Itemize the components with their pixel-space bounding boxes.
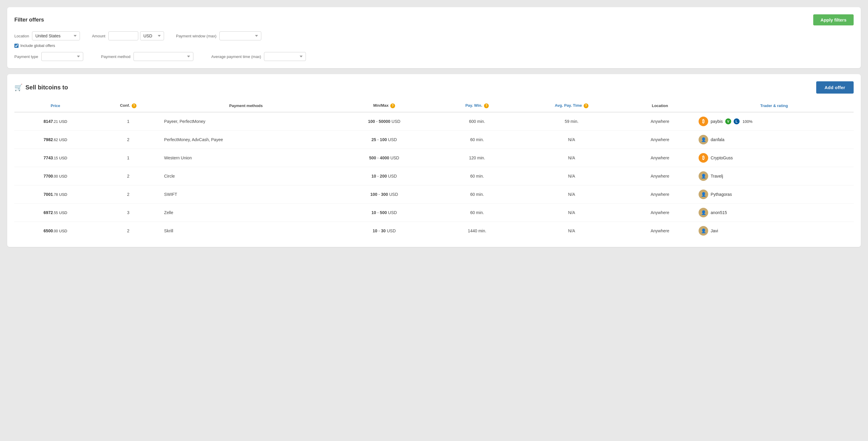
payment-method-group: Payment method PayPal Western Union Skri… [101,52,193,61]
min-value: 10 [373,229,377,233]
minmax-cell: 100 - 50000 USD [332,112,436,131]
minmax-help-icon[interactable]: ? [390,103,395,108]
price-cell: 7001.78 USD [14,185,96,204]
conf-cell: 1 [96,112,160,131]
trader-name[interactable]: danfala [711,137,724,142]
price-dec: .62 [53,138,58,142]
currency-select[interactable]: USD EUR GBP BTC [140,31,164,40]
max-value: 300 [381,192,388,197]
price-main: 6972 [44,210,53,215]
avg-payment-time-select[interactable]: 15 min. 30 min. 60 min. [264,52,306,61]
paywin-sort-link[interactable]: Pay. Win. [465,103,483,108]
trader-name[interactable]: anon515 [711,210,727,215]
avatar: 👤 [699,190,708,199]
location-cell: Anywhere [625,131,694,149]
minmax-currency: USD [389,192,398,197]
avatar: 👤 [699,171,708,181]
col-minmax: Min/Max ? [332,100,436,112]
minmax-currency: USD [390,156,399,160]
trader-name[interactable]: Travelj [711,174,723,178]
min-value: 100 [370,192,377,197]
payment-window-label: Payment window (max) [176,34,216,38]
location-label: Location [14,34,29,38]
conf-cell: 1 [96,149,160,167]
location-select[interactable]: United States Anywhere Canada United Kin… [32,31,80,40]
payment-methods-cell: Western Union [160,149,332,167]
location-group: Location United States Anywhere Canada U… [14,31,80,48]
badge-l: L [734,118,740,124]
trader-cell: ₿CryptoGuss [694,149,854,167]
paywin-cell: 1440 min. [436,222,518,240]
max-value: 200 [380,174,387,178]
minmax-currency: USD [392,119,401,124]
table-row: 7982.62 USD2PerfectMoney, AdvCash, Payee… [14,131,854,149]
price-dec: .00 [53,174,58,178]
table-row: 6500.00 USD2Skrill10 - 30 USD1440 min.N/… [14,222,854,240]
trader-name[interactable]: paybis [711,119,722,124]
col-trader: Trader & rating [694,100,854,112]
payment-window-select[interactable]: 30 min. 60 min. 120 min. 600 min. [219,31,261,40]
avg-payment-time-label: Average payment time (max) [211,55,261,59]
min-value: 100 [368,119,375,124]
price-cell: 6500.00 USD [14,222,96,240]
min-value: 25 [371,137,376,142]
conf-help-icon[interactable]: ? [132,103,136,108]
conf-cell: 2 [96,167,160,185]
price-main: 8147 [44,119,53,124]
amount-input[interactable] [108,31,138,40]
payment-methods-cell: PerfectMoney, AdvCash, Payee [160,131,332,149]
avgpaytime-cell: N/A [518,149,625,167]
table-row: 6972.55 USD3Zelle10 - 500 USD60 min.N/AA… [14,204,854,222]
trader-inner: 👤danfala [699,135,849,144]
location-cell: Anywhere [625,149,694,167]
trader-cell: ₿paybisVL100% [694,112,854,131]
price-dec: .21 [53,120,58,124]
table-row: 8147.21 USD1Payeer, PerfectMoney100 - 50… [14,112,854,131]
avgpay-sort-link[interactable]: Avg. Pay. Time [555,103,582,108]
apply-filters-button[interactable]: Apply filters [813,14,854,25]
paywin-cell: 60 min. [436,185,518,204]
payment-methods-cell: Payeer, PerfectMoney [160,112,332,131]
filter-title: Filter offers [14,17,44,23]
amount-input-group: USD EUR GBP BTC [108,31,164,40]
include-global-row: Include global offers [14,43,80,48]
minmax-cell: 10 - 500 USD [332,204,436,222]
avgpaytime-cell: 59 min. [518,112,625,131]
trader-cell: 👤Travelj [694,167,854,185]
amount-group: Amount USD EUR GBP BTC [92,31,164,40]
price-main: 7700 [44,174,53,178]
trader-inner: 👤Pythagoras [699,190,849,199]
trader-inner: 👤anon515 [699,208,849,217]
trader-sort-link[interactable]: Trader & rating [760,103,788,108]
col-payment-methods: Payment methods [160,100,332,112]
conf-cell: 2 [96,131,160,149]
trader-name[interactable]: CryptoGuss [711,156,733,160]
min-value: 10 [371,210,376,215]
minmax-cell: 10 - 200 USD [332,167,436,185]
col-price: Price [14,100,96,112]
amount-label: Amount [92,34,105,38]
avgpaytime-cell: N/A [518,204,625,222]
avgpay-help-icon[interactable]: ? [584,103,588,108]
price-cell: 7982.62 USD [14,131,96,149]
minmax-cell: 500 - 4000 USD [332,149,436,167]
minmax-currency: USD [388,210,397,215]
add-offer-button[interactable]: Add offer [816,81,854,94]
table-header: Price Conf. ? Payment methods Min/Max ? … [14,100,854,112]
paywin-help-icon[interactable]: ? [484,103,489,108]
trader-inner: ₿paybisVL100% [699,116,849,126]
minmax-currency: USD [387,229,396,233]
trader-name[interactable]: Pythagoras [711,192,732,197]
trader-cell: 👤danfala [694,131,854,149]
price-cell: 7700.00 USD [14,167,96,185]
table-row: 7001.78 USD2SWIFT100 - 300 USD60 min.N/A… [14,185,854,204]
price-sort-link[interactable]: Price [51,103,60,108]
table-row: 7700.00 USD2Circle10 - 200 USD60 min.N/A… [14,167,854,185]
conf-cell: 2 [96,185,160,204]
trader-name[interactable]: Javi [711,229,718,233]
avatar: 👤 [699,226,708,236]
include-global-checkbox[interactable] [14,44,19,48]
payment-type-select[interactable]: Online In person [41,52,83,61]
max-value: 30 [381,229,386,233]
payment-method-select[interactable]: PayPal Western Union Skrill Zelle [133,52,193,61]
